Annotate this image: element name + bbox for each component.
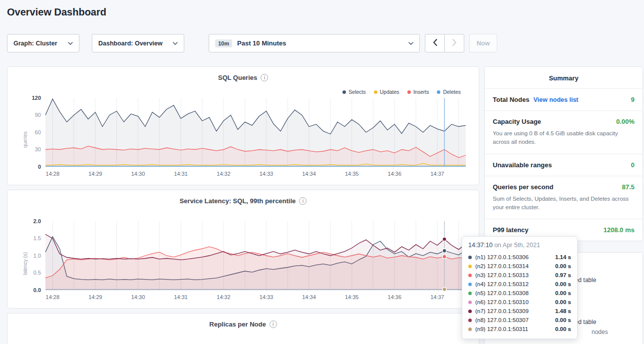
page-title: Overview Dashboard [7, 6, 106, 18]
info-icon[interactable]: i [270, 321, 277, 328]
summary-row-label: Unavailable ranges [493, 161, 552, 169]
svg-text:30: 30 [35, 146, 41, 152]
svg-text:1.0: 1.0 [33, 253, 41, 259]
summary-row-label: Capacity Usage [493, 118, 541, 125]
tooltip-node-label: (n8) 127.0.0.1:50307 [475, 317, 529, 323]
service-latency-chart[interactable]: 0.00.51.01.52.014:2814:2914:3014:3114:32… [14, 218, 471, 304]
summary-row-value: 1208.0 ms [604, 226, 635, 234]
tooltip-node-label: (n4) 127.0.0.1:50312 [475, 281, 529, 287]
node-color-dot-icon [468, 274, 472, 277]
tooltip-node-row: (n2) 127.0.0.1:503140.00 s [468, 262, 571, 271]
node-color-dot-icon [468, 256, 472, 259]
legend-dot-icon [437, 90, 440, 94]
node-color-dot-icon [468, 301, 472, 304]
tooltip-node-value: 1.48 s [555, 308, 571, 314]
svg-text:14:29: 14:29 [88, 294, 102, 300]
tooltip-time: 14:37:10 [468, 242, 493, 249]
chevron-left-icon [433, 39, 437, 48]
svg-text:2.0: 2.0 [33, 218, 41, 224]
graph-dropdown[interactable]: Graph: Cluster [7, 34, 79, 52]
svg-text:1.5: 1.5 [33, 235, 41, 241]
sql-queries-chart[interactable]: 030609012014:2814:2914:3014:3114:3214:33… [14, 95, 471, 181]
dashboard-controls: Graph: Cluster Dashboard: Overview 10m P… [7, 34, 497, 52]
svg-text:14:35: 14:35 [345, 171, 359, 177]
legend-item-inserts: Inserts [407, 89, 429, 95]
summary-row-value: 0 [631, 161, 635, 169]
svg-text:14:30: 14:30 [131, 171, 145, 177]
chart-legend: SelectsUpdatesInsertsDeletes [342, 89, 461, 95]
svg-text:0.5: 0.5 [33, 270, 41, 276]
info-icon[interactable]: i [261, 74, 268, 81]
summary-row-value: 87.5 [622, 183, 635, 191]
tooltip-node-value: 0.00 s [555, 281, 571, 287]
tooltip-node-row: (n4) 127.0.0.1:503120.00 s [468, 280, 571, 289]
legend-dot-icon [374, 90, 377, 94]
node-color-dot-icon [468, 283, 472, 286]
tooltip-node-label: (n5) 127.0.0.1:50308 [475, 290, 529, 296]
node-color-dot-icon [468, 310, 472, 313]
summary-row: Unavailable ranges0 [485, 154, 643, 176]
svg-text:14:36: 14:36 [388, 294, 402, 300]
svg-text:14:33: 14:33 [260, 171, 274, 177]
tooltip-node-label: (n7) 127.0.0.1:50309 [475, 308, 529, 314]
view-nodes-link[interactable]: View nodes list [533, 96, 578, 103]
dashboard-dropdown-label: Dashboard: Overview [98, 40, 163, 47]
time-range-badge: 10m [215, 39, 232, 47]
summary-row-value: 0.00% [616, 118, 635, 125]
tooltip-node-value: 1.14 s [555, 254, 571, 260]
tooltip-date: on Apr 5th, 2021 [493, 242, 540, 249]
summary-title: Summary [485, 67, 643, 88]
summary-row: Queries per second87.5Sum of Selects, Up… [485, 176, 643, 219]
summary-row-value: 9 [631, 96, 635, 103]
tooltip-node-label: (n6) 127.0.0.1:50310 [475, 299, 529, 305]
svg-text:14:31: 14:31 [174, 294, 188, 300]
svg-text:14:28: 14:28 [46, 294, 60, 300]
tooltip-node-row: (n9) 127.0.0.1:503110.00 s [468, 325, 571, 334]
time-next-button[interactable] [444, 34, 464, 52]
chart-hover-tooltip: 14:37:10 on Apr 5th, 2021 (n1) 127.0.0.1… [462, 236, 578, 339]
tooltip-node-value: 0.00 s [555, 299, 571, 305]
summary-row-note: Sum of Selects, Updates, Inserts, and De… [493, 195, 633, 212]
node-color-dot-icon [468, 319, 472, 322]
event-item-fragment: nodes [592, 329, 608, 336]
time-nav-group [425, 34, 464, 52]
now-button[interactable]: Now [469, 34, 497, 52]
svg-text:14:36: 14:36 [388, 171, 402, 177]
svg-text:14:33: 14:33 [260, 294, 274, 300]
legend-item-deletes: Deletes [437, 89, 461, 95]
summary-row: Total NodesView nodes list9 [485, 88, 643, 110]
tooltip-node-value: 0.00 s [555, 263, 571, 269]
tooltip-node-row: (n1) 127.0.0.1:503061.14 s [468, 253, 571, 262]
tooltip-node-value: 0.00 s [555, 317, 571, 323]
node-color-dot-icon [468, 292, 472, 295]
svg-text:0.0: 0.0 [33, 287, 41, 293]
tooltip-node-label: (n9) 127.0.0.1:50311 [475, 326, 528, 332]
chevron-down-icon [68, 42, 73, 45]
info-icon[interactable]: i [299, 197, 307, 205]
legend-dot-icon [342, 90, 346, 94]
time-range-dropdown[interactable]: 10m Past 10 Minutes [209, 34, 420, 52]
chart-title-text: Service Latency: SQL, 99th percentile [180, 197, 296, 205]
svg-text:120: 120 [32, 95, 41, 101]
chart-title-text: SQL Queries [218, 74, 258, 81]
summary-row: Capacity Usage0.00%You are using 0 B of … [485, 110, 643, 154]
summary-row-label: P99 latency [493, 226, 529, 234]
svg-text:14:34: 14:34 [302, 171, 316, 177]
svg-text:14:29: 14:29 [88, 171, 102, 177]
tooltip-node-value: 0.00 s [555, 290, 571, 296]
tooltip-node-label: (n3) 127.0.0.1:50313 [475, 272, 529, 278]
tooltip-node-label: (n2) 127.0.0.1:50314 [475, 263, 529, 269]
legend-item-selects: Selects [342, 89, 365, 95]
service-latency-chart-panel: Service Latency: SQL, 99th percentile i … [7, 190, 479, 309]
tooltip-node-value: 0.00 s [555, 326, 571, 332]
svg-text:90: 90 [35, 112, 41, 118]
svg-text:0: 0 [38, 164, 41, 170]
chevron-down-icon [408, 42, 413, 45]
time-prev-button[interactable] [425, 34, 445, 52]
dashboard-dropdown[interactable]: Dashboard: Overview [92, 34, 184, 52]
svg-text:14:32: 14:32 [217, 294, 231, 300]
svg-text:60: 60 [35, 129, 41, 135]
summary-row-note: You are using 0 B of 4.5 GiB usable disk… [493, 129, 633, 147]
chart-title: Replicas per Node i [7, 321, 479, 328]
tooltip-node-value: 0.97 s [555, 272, 571, 278]
